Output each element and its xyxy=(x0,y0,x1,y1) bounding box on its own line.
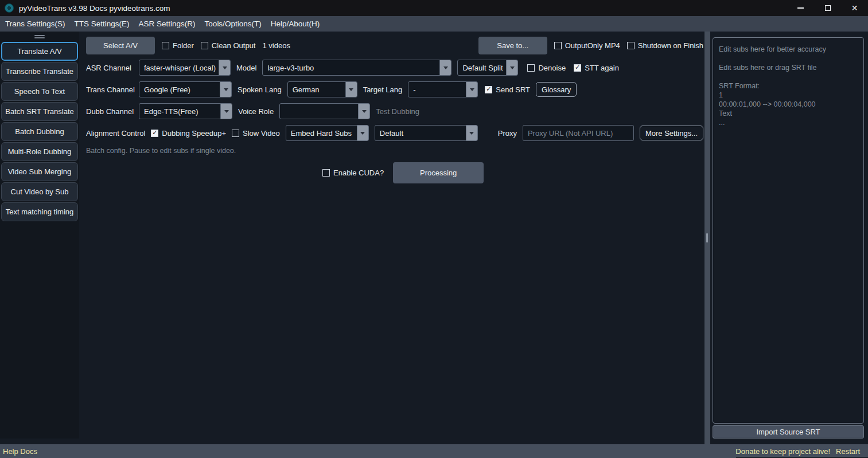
minimize-button[interactable] xyxy=(787,0,814,16)
subs-placeholder-line: 1 xyxy=(719,91,858,100)
sidebar-item-transcribe-translate[interactable]: Transcribe Translate xyxy=(1,62,78,81)
chevron-down-icon[interactable] xyxy=(466,82,477,97)
dubbing-speedup-checkbox[interactable]: Dubbing Speedup+ xyxy=(151,129,226,138)
content-area: Translate A/V Transcribe Translate Speec… xyxy=(0,32,868,444)
hint-row: Batch config. Pause to edit subs if sing… xyxy=(79,146,704,155)
chevron-down-icon[interactable] xyxy=(219,60,230,75)
sidebar-item-batch-dubbing[interactable]: Batch Dubbing xyxy=(1,122,78,141)
subs-placeholder-line: Edit subs here for better accuracy xyxy=(719,45,858,54)
subs-placeholder-line: 00:00:01,000 --> 00:00:04,000 xyxy=(719,100,858,109)
processing-button[interactable]: Processing xyxy=(393,162,484,183)
slow-video-checkbox[interactable]: Slow Video xyxy=(232,129,280,138)
more-settings-button[interactable]: More Settings... xyxy=(640,126,703,140)
asr-channel-select[interactable]: faster-whisper (Local) xyxy=(139,60,231,76)
output-only-mp4-checkbox[interactable]: OutputOnly MP4 xyxy=(554,41,620,50)
sidebar-item-multi-role-dubbing[interactable]: Multi-Role Dubbing xyxy=(1,142,78,161)
subs-placeholder-line: Edit subs here or drag SRT file xyxy=(719,63,858,72)
menu-trans-settings[interactable]: Trans Settings(S) xyxy=(1,16,70,32)
splitter-grip-icon xyxy=(706,233,708,242)
subs-placeholder-line: SRT Format: xyxy=(719,81,858,91)
source-row: Select A/V Folder Clean Output 1 videos … xyxy=(79,37,704,54)
menu-tools-options[interactable]: Tools/Options(T) xyxy=(200,16,266,32)
embed-subs-select[interactable]: Embed Hard Subs xyxy=(286,125,369,141)
dubb-channel-select[interactable]: Edge-TTS(Free) xyxy=(139,103,232,119)
statusbar: Help Docs Donate to keep project alive! … xyxy=(0,444,868,458)
batch-config-hint: Batch config. Pause to edit subs if sing… xyxy=(86,147,236,155)
chevron-down-icon[interactable] xyxy=(345,82,357,97)
chevron-down-icon[interactable] xyxy=(466,126,477,140)
sidebar-item-video-sub-merging[interactable]: Video Sub Merging xyxy=(1,162,78,181)
close-button[interactable]: ✕ xyxy=(841,0,868,16)
checkbox-box xyxy=(322,169,330,177)
checkbox-box xyxy=(201,42,208,49)
sidebar-item-cut-video-by-sub[interactable]: Cut Video by Sub xyxy=(1,182,78,201)
subs-placeholder-line: ... xyxy=(719,118,858,127)
restart-link[interactable]: Restart xyxy=(836,447,860,456)
subs-placeholder-line xyxy=(719,54,858,63)
chevron-down-icon[interactable] xyxy=(220,104,232,119)
denoise-checkbox[interactable]: Denoise xyxy=(527,64,566,72)
spoken-lang-select[interactable]: German xyxy=(287,81,357,97)
sidebar-item-batch-srt-translate[interactable]: Batch SRT Translate xyxy=(1,102,78,121)
trans-channel-select[interactable]: Google (Free) xyxy=(139,81,232,97)
dubb-row: Dubb Channel Edge-TTS(Free) Voice Role T… xyxy=(79,103,704,119)
model-select[interactable]: large-v3-turbo xyxy=(262,60,451,76)
cuda-row: Enable CUDA? Processing xyxy=(79,162,704,183)
subs-placeholder-line: Text xyxy=(719,109,858,118)
chevron-down-icon[interactable] xyxy=(358,104,369,119)
subs-placeholder-line xyxy=(719,72,858,81)
subtitle-style-select[interactable]: Default xyxy=(375,125,478,141)
proxy-label: Proxy xyxy=(498,129,517,138)
maximize-button[interactable] xyxy=(814,0,841,16)
maximize-icon xyxy=(825,5,831,11)
chevron-down-icon[interactable] xyxy=(439,60,451,75)
import-srt-button[interactable]: Import Source SRT xyxy=(713,425,864,439)
sidebar-item-text-matching-timing[interactable]: Text matching timing xyxy=(1,202,78,221)
enable-cuda-checkbox[interactable]: Enable CUDA? xyxy=(322,169,384,177)
checkbox-box-checked xyxy=(485,86,492,93)
folder-checkbox[interactable]: Folder xyxy=(162,41,194,50)
donate-link[interactable]: Donate to keep project alive! xyxy=(735,447,830,456)
chevron-down-icon[interactable] xyxy=(220,82,231,97)
window-controls: ✕ xyxy=(787,0,868,16)
trans-row: Trans Channel Google (Free) Spoken Lang … xyxy=(79,81,704,97)
chevron-down-icon[interactable] xyxy=(506,60,517,75)
menu-help-about[interactable]: Help/About(H) xyxy=(266,16,325,32)
sidebar-item-translate-av[interactable]: Translate A/V xyxy=(1,42,78,61)
menu-tts-settings[interactable]: TTS Settings(E) xyxy=(70,16,134,32)
sidebar: Translate A/V Transcribe Translate Speec… xyxy=(0,32,79,439)
target-lang-label: Target Lang xyxy=(363,85,403,94)
model-label: Model xyxy=(236,64,256,72)
menubar: Trans Settings(S) TTS Settings(E) ASR Se… xyxy=(0,16,868,32)
app-icon xyxy=(5,3,14,13)
sidebar-item-speech-to-text[interactable]: Speech To Text xyxy=(1,82,78,101)
help-docs-link[interactable]: Help Docs xyxy=(3,447,37,456)
video-count: 1 videos xyxy=(262,41,290,50)
close-icon: ✕ xyxy=(851,4,858,12)
asr-channel-label: ASR Channel xyxy=(86,64,133,72)
split-mode-select[interactable]: Default Split xyxy=(457,60,518,76)
send-srt-checkbox[interactable]: Send SRT xyxy=(485,85,530,94)
chevron-down-icon[interactable] xyxy=(357,126,368,140)
target-lang-select[interactable]: - xyxy=(408,81,478,97)
shutdown-on-finish-checkbox[interactable]: Shutdown on Finish xyxy=(627,41,703,50)
voice-role-label: Voice Role xyxy=(238,107,274,116)
asr-row: ASR Channel faster-whisper (Local) Model… xyxy=(79,60,704,76)
checkbox-box xyxy=(232,130,239,137)
statusbar-right: Donate to keep project alive! Restart xyxy=(735,447,868,456)
menu-asr-settings[interactable]: ASR Settings(R) xyxy=(134,16,200,32)
checkbox-box xyxy=(627,42,635,49)
save-to-button[interactable]: Save to... xyxy=(478,37,547,54)
splitter-handle[interactable] xyxy=(704,32,710,444)
clean-output-checkbox[interactable]: Clean Output xyxy=(201,41,256,50)
glossary-button[interactable]: Glossary xyxy=(536,82,577,97)
alignment-control-label: Alignment Control xyxy=(86,129,145,138)
proxy-input[interactable] xyxy=(523,125,634,141)
drag-handle-icon[interactable] xyxy=(0,32,79,42)
select-av-button[interactable]: Select A/V xyxy=(86,37,155,54)
stt-again-checkbox[interactable]: STT again xyxy=(574,64,619,72)
voice-role-select[interactable] xyxy=(279,103,370,119)
checkbox-box xyxy=(162,42,169,49)
subtitle-editor[interactable]: Edit subs here for better accuracy Edit … xyxy=(713,37,864,424)
minimize-icon xyxy=(797,7,804,9)
